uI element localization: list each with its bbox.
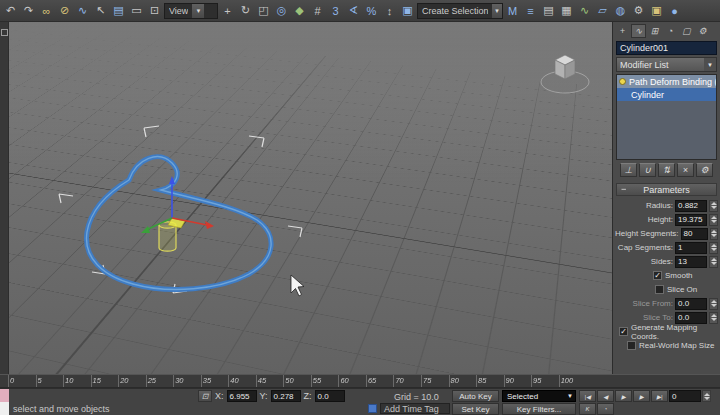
generate-mapping-checkbox[interactable] [619,327,628,336]
layer-manager-icon[interactable]: ▤ [540,2,557,19]
spinner[interactable] [709,256,718,268]
next-frame-button[interactable]: ▶ [633,390,650,402]
parameter-value-field[interactable]: 13 [675,256,707,268]
angle-snap-icon[interactable]: ∢ [345,2,362,19]
frame-tick[interactable]: 75 [421,375,449,387]
real-world-map-checkbox[interactable] [627,341,636,350]
spinner-snap-icon[interactable]: ↕ [381,2,398,19]
parameter-value-field[interactable]: 1 [675,242,707,254]
redo-icon[interactable]: ↷ [20,2,37,19]
unlink-selection-icon[interactable]: ⊘ [56,2,73,19]
chevron-down-icon[interactable]: ▼ [192,4,204,18]
frame-tick[interactable]: 65 [366,375,394,387]
listener-macro-pane[interactable] [0,389,9,402]
frame-tick[interactable]: 30 [173,375,201,387]
selection-lock-toggle[interactable]: ⊡ [198,390,212,402]
set-key-button[interactable]: Set Key [452,403,499,415]
spinner[interactable] [710,228,718,240]
select-object-icon[interactable]: ↖ [92,2,109,19]
spinner[interactable] [709,200,718,212]
parameter-value-field[interactable]: 19.375 [675,214,707,226]
view-cube[interactable] [541,55,589,93]
parameter-value-field[interactable]: 80 [681,228,708,240]
percent-snap-icon[interactable]: % [363,2,380,19]
viewport-layout-tabs[interactable] [0,22,9,374]
frame-tick[interactable]: 45 [256,375,284,387]
frame-tick[interactable]: 5 [36,375,64,387]
modifier-enabled-icon[interactable] [619,78,626,85]
curve-editor-icon[interactable]: ∿ [576,2,593,19]
select-and-move-icon[interactable]: + [219,2,236,19]
tab-hierarchy[interactable]: ⊞ [647,24,662,38]
select-and-scale-icon[interactable]: ◰ [255,2,272,19]
frame-tick[interactable]: 60 [338,375,366,387]
tab-modify[interactable]: ∿ [631,24,646,38]
pin-stack-button[interactable]: ⊥ [620,163,637,177]
slice-on-checkbox[interactable] [655,285,664,294]
rendered-frame-window-icon[interactable]: ▣ [648,2,665,19]
make-unique-button[interactable]: ⇅ [658,163,675,177]
key-filters-button[interactable]: Key Filters... [502,403,576,415]
schematic-view-icon[interactable]: ▱ [594,2,611,19]
frame-ruler[interactable]: 0510152025303540455055606570758085909510… [8,375,586,387]
spinner[interactable] [709,214,718,226]
select-and-manipulate-icon[interactable]: ◆ [291,2,308,19]
modifier-stack-item-cylinder[interactable]: Cylinder [617,88,716,101]
object-name-field[interactable]: Cylinder001 [616,41,717,55]
frame-spinner[interactable] [702,390,711,402]
x-coordinate-field[interactable]: 6.955 [227,390,257,402]
move-gizmo[interactable] [141,176,214,233]
edit-named-selection-sets-icon[interactable]: ▣ [399,2,416,19]
frame-tick[interactable]: 85 [476,375,504,387]
frame-tick[interactable]: 95 [531,375,559,387]
previous-frame-button[interactable]: ◀ [597,390,614,402]
undo-icon[interactable]: ↶ [2,2,19,19]
parameter-value-field[interactable]: 0.882 [675,200,707,212]
tab-motion[interactable]: ◔ [663,24,678,38]
keyboard-override-icon[interactable]: # [309,2,326,19]
material-editor-icon[interactable]: ◍ [612,2,629,19]
select-and-rotate-icon[interactable]: ↻ [237,2,254,19]
add-time-tag[interactable]: Add Time Tag [368,403,450,414]
key-mode-toggle[interactable]: K [579,403,596,415]
spinner[interactable] [709,298,718,310]
play-button[interactable]: ▶ [615,390,632,402]
render-setup-icon[interactable]: ⚙ [630,2,647,19]
frame-tick[interactable]: 90 [504,375,532,387]
modifier-stack[interactable]: Path Deform Binding (WS Cylinder [616,74,717,160]
frame-tick[interactable]: 40 [228,375,256,387]
select-by-name-icon[interactable]: ▤ [110,2,127,19]
chevron-down-icon[interactable]: ▼ [492,4,502,18]
graphite-ribbon-icon[interactable]: ▦ [558,2,575,19]
mirror-icon[interactable]: M [504,2,521,19]
use-pivot-center-icon[interactable]: ◎ [273,2,290,19]
listener-script-pane[interactable] [0,402,9,415]
chevron-down-icon[interactable]: ▼ [704,58,716,71]
maxscript-mini-listener[interactable] [0,389,9,415]
reference-coordinate-dropdown[interactable]: View ▼ [164,3,218,19]
window-crossing-icon[interactable]: ⊡ [146,2,163,19]
frame-tick[interactable]: 25 [146,375,174,387]
remove-modifier-button[interactable]: × [677,163,694,177]
modifier-stack-item-path-deform[interactable]: Path Deform Binding (WS [617,75,716,88]
frame-tick[interactable]: 80 [449,375,477,387]
configure-modifier-sets-button[interactable]: ⚙ [696,163,713,177]
frame-tick[interactable]: 20 [118,375,146,387]
time-slider-ruler[interactable]: 0510152025303540455055606570758085909510… [0,374,720,388]
slice-value-field[interactable]: 0.0 [675,298,707,310]
selection-filter-dropdown[interactable]: Selected ▼ [502,390,576,402]
tab-display[interactable]: ▢ [679,24,694,38]
frame-tick[interactable]: 50 [283,375,311,387]
parameters-rollout-header[interactable]: − Parameters [616,183,717,196]
show-end-result-button[interactable]: ∪ [639,163,656,177]
modifier-list-dropdown[interactable]: Modifier List ▼ [616,57,717,72]
frame-tick[interactable]: 10 [63,375,91,387]
rectangular-selection-region-icon[interactable]: ▭ [128,2,145,19]
go-to-start-button[interactable]: |◀ [579,390,596,402]
named-selection-set-combo[interactable]: Create Selection Se ▼ [417,3,503,19]
y-coordinate-field[interactable]: 0.278 [271,390,301,402]
frame-tick[interactable]: 0 [8,375,36,387]
current-frame-field[interactable]: 0 [669,390,701,402]
z-coordinate-field[interactable]: 0.0 [315,390,345,402]
frame-tick[interactable]: 35 [201,375,229,387]
